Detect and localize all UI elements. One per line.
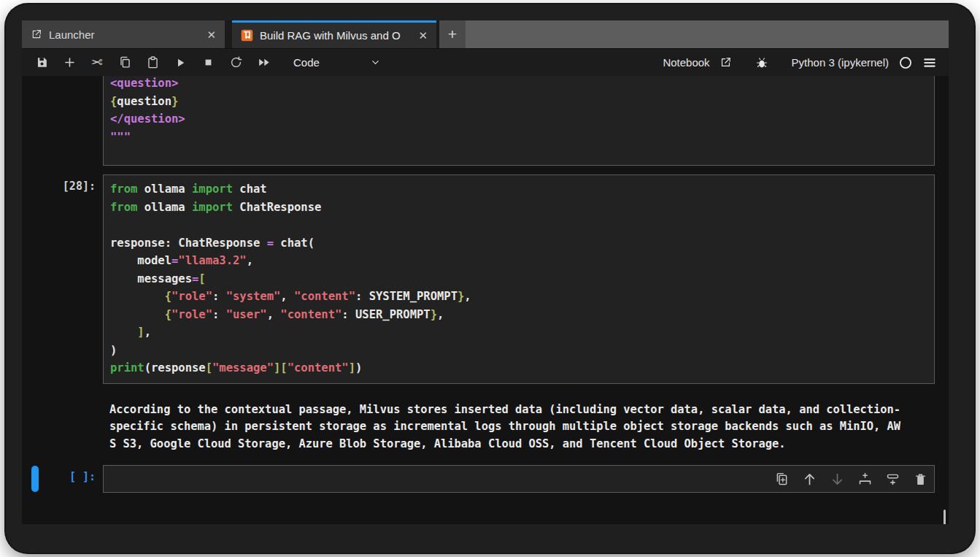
insert-below-icon bbox=[885, 472, 900, 487]
restart-icon bbox=[229, 55, 243, 69]
code-line: from ollama import chat bbox=[110, 180, 934, 199]
close-icon[interactable]: ✕ bbox=[207, 29, 216, 40]
scrollbar-thumb[interactable] bbox=[944, 510, 946, 524]
code-line: {"role": "user", "content": USER_PROMPT}… bbox=[110, 306, 934, 324]
code-line: </question> bbox=[110, 110, 934, 128]
insert-above-icon bbox=[857, 472, 873, 487]
add-cell-button[interactable] bbox=[55, 51, 83, 74]
tab-separator bbox=[225, 20, 232, 48]
code-line bbox=[110, 216, 934, 234]
insert-below-button[interactable] bbox=[884, 471, 900, 487]
code-line: {question} bbox=[110, 93, 934, 111]
kernel-name[interactable]: Python 3 (ipykernel) bbox=[792, 56, 889, 69]
tab-notebook-label: Build RAG with Milvus and O bbox=[260, 29, 401, 42]
code-line: ], bbox=[110, 323, 934, 342]
run-cell-button[interactable] bbox=[166, 51, 194, 74]
open-in-new-icon[interactable] bbox=[719, 56, 732, 69]
duplicate-cell-icon bbox=[774, 472, 790, 487]
toolbar-right-group: Notebook Python 3 (ipykernel) bbox=[663, 55, 937, 70]
save-icon bbox=[35, 55, 49, 69]
paste-cells-button[interactable] bbox=[139, 51, 166, 74]
notebook-toolbar: ✂ Code Notebook Python 3 (ipykerne bbox=[22, 48, 949, 76]
close-icon[interactable]: ✕ bbox=[418, 30, 428, 41]
run-icon bbox=[174, 56, 187, 69]
duplicate-cell-button[interactable] bbox=[773, 471, 790, 487]
code-line: <question> bbox=[110, 76, 934, 93]
move-down-icon bbox=[830, 472, 845, 487]
notebook-mode-label[interactable]: Notebook bbox=[663, 56, 709, 69]
tab-notebook[interactable]: Build RAG with Milvus and O ✕ bbox=[232, 20, 436, 48]
chevron-down-icon bbox=[370, 57, 381, 68]
screenshot-canvas: Launcher ✕ Build RAG with Milvus and O ✕… bbox=[0, 0, 980, 557]
restart-run-all-button[interactable] bbox=[250, 51, 277, 74]
tab-launcher-label: Launcher bbox=[49, 28, 95, 41]
bug-icon[interactable] bbox=[755, 56, 768, 69]
copy-cells-button[interactable] bbox=[111, 51, 139, 74]
code-line: ) bbox=[110, 342, 934, 360]
cell-type-value: Code bbox=[293, 56, 320, 69]
execution-count: [28]: bbox=[51, 180, 96, 193]
tab-launcher[interactable]: Launcher ✕ bbox=[22, 20, 225, 48]
stop-icon bbox=[202, 56, 215, 69]
delete-cell-icon bbox=[914, 472, 927, 486]
cell-output-text: According to the contextual passage, Mil… bbox=[109, 402, 945, 453]
restart-kernel-button[interactable] bbox=[222, 51, 250, 74]
cell-toolbar bbox=[773, 468, 928, 490]
empty-execution-count: [ ]: bbox=[51, 470, 96, 483]
jupyterlab-window: Launcher ✕ Build RAG with Milvus and O ✕… bbox=[6, 4, 974, 553]
cell-type-select[interactable]: Code bbox=[288, 53, 385, 73]
launcher-icon bbox=[31, 28, 42, 40]
interrupt-kernel-button[interactable] bbox=[194, 51, 222, 74]
code-line: response: ChatResponse = chat( bbox=[110, 234, 934, 253]
move-down-button[interactable] bbox=[829, 471, 845, 487]
code-line: model="llama3.2", bbox=[110, 252, 934, 270]
move-up-icon bbox=[802, 472, 817, 487]
kernel-status-icon bbox=[898, 55, 913, 70]
save-button[interactable] bbox=[28, 51, 55, 74]
jupyterlab-content: Launcher ✕ Build RAG with Milvus and O ✕… bbox=[22, 20, 949, 524]
code-cell-ollama-chat[interactable]: from ollama import chatfrom ollama impor… bbox=[103, 174, 935, 384]
notebook-panel: <question>{question}</question>""" [28]:… bbox=[22, 76, 949, 524]
code-line: messages=[ bbox=[110, 270, 934, 288]
output-line: specific schema) in persistent storage a… bbox=[109, 418, 945, 435]
add-icon bbox=[63, 55, 77, 69]
delete-cell-button[interactable] bbox=[912, 471, 928, 487]
code-cell-prompt-template[interactable]: <question>{question}</question>""" bbox=[103, 76, 935, 166]
code-line: {"role": "system", "content": SYSTEM_PRO… bbox=[110, 288, 934, 306]
code-line: print(response["message"]["content"]) bbox=[110, 359, 934, 377]
active-cell-indicator bbox=[31, 466, 39, 492]
menu-icon[interactable] bbox=[922, 55, 937, 70]
insert-above-button[interactable] bbox=[857, 471, 873, 487]
cut-icon: ✂ bbox=[91, 54, 103, 71]
cut-cells-button[interactable]: ✂ bbox=[83, 51, 111, 74]
code-line: """ bbox=[110, 128, 934, 147]
code-line: from ollama import ChatResponse bbox=[110, 199, 934, 217]
dock-tab-bar: Launcher ✕ Build RAG with Milvus and O ✕… bbox=[22, 20, 949, 48]
output-line: According to the contextual passage, Mil… bbox=[109, 402, 945, 418]
fast-forward-icon bbox=[257, 55, 271, 69]
output-line: S S3, Google Cloud Storage, Azure Blob S… bbox=[109, 436, 945, 453]
copy-icon bbox=[118, 55, 132, 69]
notebook-icon bbox=[241, 29, 253, 42]
move-up-button[interactable] bbox=[801, 471, 817, 487]
paste-icon bbox=[146, 55, 160, 69]
new-tab-button[interactable]: + bbox=[439, 20, 466, 48]
